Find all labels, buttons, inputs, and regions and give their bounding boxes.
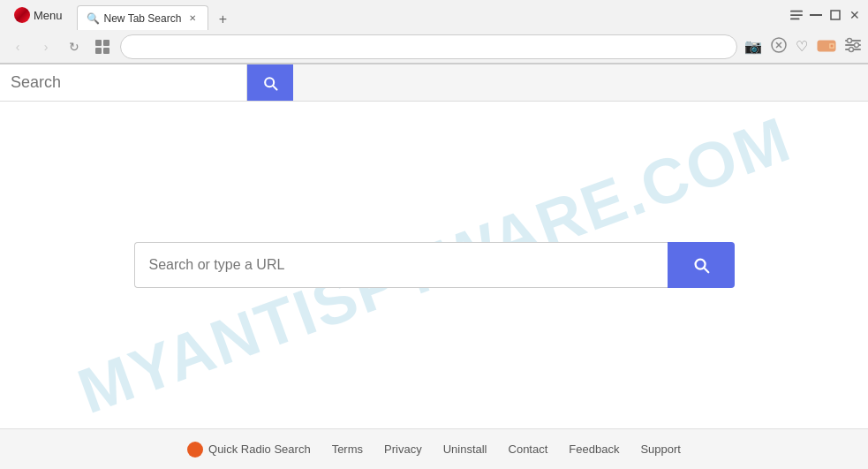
- address-bar: ‹ › ↻ 📷 ♡: [0, 30, 868, 64]
- reload-button[interactable]: ↻: [64, 36, 85, 57]
- center-search-container: [134, 242, 735, 288]
- svg-rect-1: [790, 14, 803, 16]
- title-bar-right: ✕: [790, 9, 861, 21]
- minimize-button[interactable]: [790, 9, 803, 21]
- url-input[interactable]: [120, 34, 737, 59]
- footer-logo: Quick Radio Search: [187, 442, 311, 458]
- tab-favicon-icon: 🔍: [87, 12, 99, 25]
- center-search-button[interactable]: [668, 242, 735, 288]
- top-search-bar: [0, 64, 868, 102]
- tabs-overview-button[interactable]: [92, 36, 113, 57]
- new-tab-button[interactable]: +: [212, 9, 233, 30]
- forward-button[interactable]: ›: [35, 36, 57, 57]
- minimize-window-button[interactable]: [810, 9, 822, 21]
- svg-rect-3: [810, 14, 822, 16]
- footer-quick-radio-search-link[interactable]: Quick Radio Search: [208, 443, 311, 456]
- svg-rect-8: [103, 48, 109, 54]
- tab-close-button[interactable]: ✕: [186, 12, 199, 25]
- close-window-button[interactable]: ✕: [849, 9, 861, 21]
- center-search-icon: [691, 255, 711, 275]
- title-bar: Menu 🔍 New Tab Search ✕ +: [0, 0, 868, 30]
- footer-uninstall-link[interactable]: Uninstall: [443, 443, 487, 456]
- settings-icon[interactable]: [845, 37, 861, 57]
- tab-title: New Tab Search: [104, 12, 182, 25]
- svg-rect-4: [831, 11, 840, 19]
- opera-logo-icon: [14, 7, 30, 23]
- svg-rect-7: [95, 48, 102, 54]
- footer-terms-link[interactable]: Terms: [332, 443, 363, 456]
- footer-privacy-link[interactable]: Privacy: [384, 443, 422, 456]
- svg-point-14: [831, 44, 834, 47]
- svg-rect-2: [790, 19, 800, 20]
- svg-rect-5: [95, 40, 102, 46]
- svg-point-20: [849, 47, 854, 51]
- address-bar-right: 📷 ♡: [744, 37, 861, 57]
- wallet-icon[interactable]: [817, 38, 836, 56]
- tabs-area: 🔍 New Tab Search ✕ +: [77, 0, 234, 30]
- close-circle-icon[interactable]: [771, 37, 787, 57]
- top-search-icon: [261, 74, 279, 92]
- svg-point-18: [848, 38, 852, 42]
- footer-support-link[interactable]: Support: [640, 443, 681, 456]
- heart-icon[interactable]: ♡: [796, 38, 808, 55]
- footer: Quick Radio Search Terms Privacy Uninsta…: [0, 428, 868, 469]
- back-button[interactable]: ‹: [7, 36, 28, 57]
- footer-logo-icon: [187, 442, 203, 458]
- title-bar-left: Menu 🔍 New Tab Search ✕ +: [7, 0, 233, 30]
- svg-rect-0: [790, 11, 803, 12]
- footer-feedback-link[interactable]: Feedback: [569, 443, 619, 456]
- main-content: MYANTISPYWARE.COM: [0, 102, 868, 428]
- svg-rect-6: [103, 40, 109, 46]
- maximize-window-button[interactable]: [829, 9, 842, 21]
- window-controls: ✕: [790, 9, 861, 21]
- menu-label: Menu: [34, 9, 63, 22]
- footer-contact-link[interactable]: Contact: [509, 443, 548, 456]
- browser-chrome: Menu 🔍 New Tab Search ✕ +: [0, 0, 868, 64]
- active-tab[interactable]: 🔍 New Tab Search ✕: [77, 5, 209, 30]
- svg-point-19: [855, 42, 859, 47]
- top-search-button[interactable]: [247, 64, 293, 101]
- opera-menu-button[interactable]: Menu: [7, 4, 70, 26]
- camera-icon[interactable]: 📷: [744, 38, 762, 55]
- center-search-input[interactable]: [134, 242, 668, 288]
- top-search-input[interactable]: [0, 64, 247, 101]
